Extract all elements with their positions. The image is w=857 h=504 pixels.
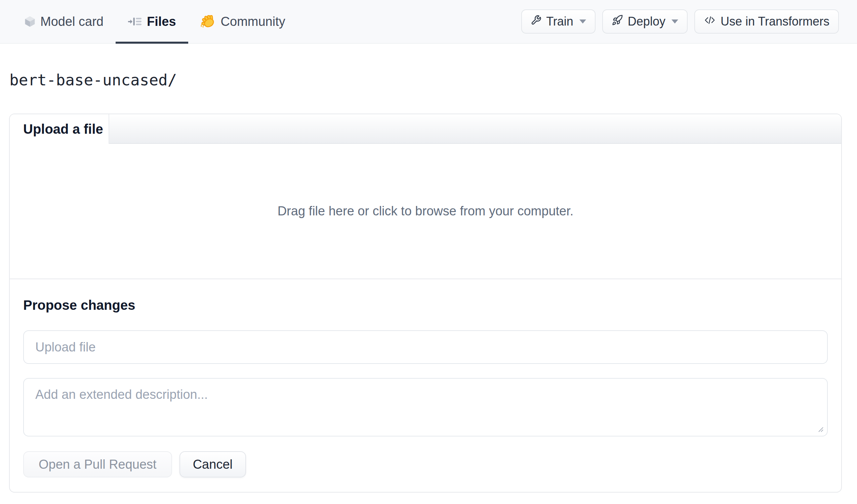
open-pull-request-button[interactable]: Open a Pull Request — [23, 451, 172, 477]
train-button[interactable]: Train — [521, 10, 595, 34]
deploy-button[interactable]: Deploy — [602, 10, 688, 34]
header-nav: Model card Files — [0, 0, 857, 44]
chevron-down-icon — [579, 19, 586, 23]
cube-icon — [24, 16, 35, 27]
cancel-button[interactable]: Cancel — [180, 451, 246, 477]
tab-community[interactable]: Community — [188, 0, 298, 43]
upload-card-tabbar: Upload a file — [10, 114, 841, 144]
tab-upload-a-file-label: Upload a file — [23, 122, 103, 137]
use-in-transformers-button[interactable]: Use in Transformers — [694, 10, 839, 34]
dropzone-text: Drag file here or click to browse from y… — [278, 204, 574, 218]
propose-actions: Open a Pull Request Cancel — [23, 451, 828, 477]
repo-tabs: Model card Files — [13, 0, 298, 43]
tabbar-filler — [109, 114, 841, 144]
rocket-icon — [612, 14, 623, 29]
propose-changes-heading: Propose changes — [23, 298, 828, 313]
file-dropzone[interactable]: Drag file here or click to browse from y… — [10, 144, 841, 279]
breadcrumb-path: bert-base-uncased/ — [10, 71, 177, 89]
tab-files[interactable]: Files — [116, 0, 188, 43]
upload-file-input[interactable] — [23, 330, 828, 364]
repo-action-buttons: Train Deploy — [521, 0, 839, 43]
tab-files-label: Files — [147, 14, 176, 29]
use-in-transformers-label: Use in Transformers — [721, 14, 829, 29]
upload-card: Upload a file Drag file here or click to… — [9, 114, 842, 492]
code-icon — [704, 14, 716, 29]
tab-model-card-label: Model card — [40, 14, 103, 29]
propose-changes-section: Propose changes Open a Pull Request Canc… — [10, 279, 841, 492]
tab-upload-a-file[interactable]: Upload a file — [10, 114, 109, 144]
description-field-wrapper — [23, 378, 828, 436]
description-textarea[interactable] — [23, 378, 828, 436]
tab-model-card[interactable]: Model card — [13, 0, 116, 43]
tab-community-label: Community — [221, 14, 285, 29]
deploy-button-label: Deploy — [628, 14, 666, 29]
waving-hand-icon — [200, 15, 216, 28]
resize-handle-icon[interactable] — [816, 425, 824, 433]
wrench-icon — [531, 14, 541, 29]
breadcrumb[interactable]: bert-base-uncased/ — [10, 70, 857, 89]
file-list-icon — [128, 16, 142, 27]
train-button-label: Train — [546, 14, 573, 29]
chevron-down-icon — [671, 19, 678, 23]
